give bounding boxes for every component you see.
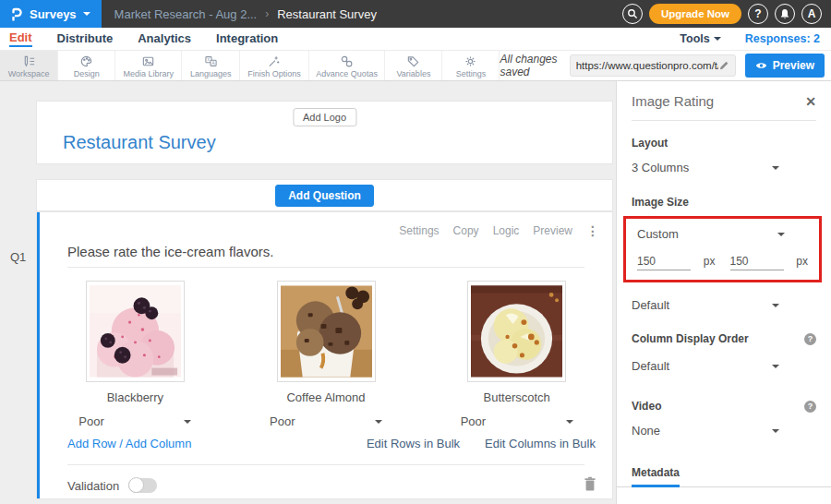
width-unit-label: px bbox=[704, 255, 716, 268]
flavor-label: Coffee Almond bbox=[286, 390, 365, 404]
image-size-highlight-box: Custom px px bbox=[623, 216, 822, 282]
toolbar-item-design[interactable]: Design bbox=[58, 51, 115, 80]
top-bar-actions: Upgrade Now ? A bbox=[622, 4, 831, 24]
tab-edit[interactable]: Edit bbox=[9, 30, 32, 47]
variables-tag-icon bbox=[406, 54, 420, 68]
question-settings-link[interactable]: Settings bbox=[399, 224, 439, 237]
flavor-image-butterscotch[interactable] bbox=[467, 281, 566, 382]
breadcrumb-separator: › bbox=[265, 7, 269, 20]
question-preview-link[interactable]: Preview bbox=[533, 224, 572, 237]
surveys-product-menu[interactable]: Surveys bbox=[0, 0, 102, 28]
column-display-order-label: Column Display Order bbox=[632, 332, 749, 345]
alignment-dropdown[interactable]: Default bbox=[632, 298, 779, 312]
main-content: Q1 Add Logo Restaurant Survey Add Questi… bbox=[0, 81, 831, 504]
tools-menu[interactable]: Tools bbox=[680, 32, 720, 45]
finish-options-wand-icon bbox=[267, 54, 281, 68]
chevron-down-icon bbox=[83, 12, 90, 19]
help-icon[interactable]: ? bbox=[804, 401, 816, 413]
editor-toolbar: Workspace Design Media Library x A Langu… bbox=[0, 51, 831, 81]
question-copy-link[interactable]: Copy bbox=[453, 224, 479, 237]
responses-link[interactable]: Responses: 2 bbox=[745, 32, 820, 45]
rating-dropdown-coffee-almond[interactable]: Poor bbox=[270, 414, 382, 428]
chevron-down-icon bbox=[772, 365, 779, 372]
question-logic-link[interactable]: Logic bbox=[493, 224, 520, 237]
flavor-image-coffee-almond[interactable] bbox=[277, 281, 376, 382]
toolbar-item-finish-options[interactable]: Finish Options bbox=[240, 51, 309, 80]
survey-url-field[interactable] bbox=[570, 54, 736, 77]
toolbar-item-settings[interactable]: Settings bbox=[442, 51, 500, 80]
notifications-button[interactable] bbox=[775, 4, 795, 24]
chevron-down-icon bbox=[777, 233, 785, 240]
menu-bar: Edit Distribute Analytics Integration To… bbox=[0, 28, 831, 51]
toolbar-item-variables[interactable]: Variables bbox=[385, 51, 442, 80]
settings-panel: Image Rating ✕ Layout 3 Columns Image Si… bbox=[616, 81, 831, 504]
search-button[interactable] bbox=[622, 4, 643, 24]
survey-header-card: Add Logo Restaurant Survey bbox=[37, 102, 612, 163]
toolbar-item-advance-quotas[interactable]: Advance Quotas bbox=[309, 51, 386, 80]
layout-dropdown[interactable]: 3 Columns bbox=[632, 161, 779, 174]
edit-columns-in-bulk-link[interactable]: Edit Columns in Bulk bbox=[485, 437, 596, 450]
chevron-down-icon bbox=[772, 429, 779, 437]
toolbar-item-workspace[interactable]: Workspace bbox=[0, 51, 58, 80]
add-question-button[interactable]: Add Question bbox=[275, 185, 374, 207]
question-text[interactable]: Please rate the ice-cream flavors. bbox=[67, 244, 273, 259]
toolbar-item-media-library[interactable]: Media Library bbox=[115, 51, 182, 80]
butterscotch-ice-cream-image bbox=[471, 284, 562, 378]
flavor-image-blackberry[interactable] bbox=[86, 281, 185, 382]
chevron-down-icon bbox=[714, 37, 721, 44]
avatar[interactable]: A bbox=[801, 4, 822, 24]
tab-distribute[interactable]: Distribute bbox=[57, 31, 114, 46]
chevron-down-icon bbox=[566, 420, 573, 427]
validation-label: Validation bbox=[67, 479, 119, 493]
toolbar-item-languages[interactable]: x A Languages bbox=[182, 51, 240, 80]
add-row-column-link[interactable]: Add Row / Add Column bbox=[67, 437, 191, 450]
edit-url-pencil-icon[interactable] bbox=[718, 60, 729, 71]
advance-quotas-icon bbox=[340, 54, 354, 68]
trash-icon bbox=[584, 476, 596, 491]
image-size-label: Image Size bbox=[632, 196, 816, 209]
breadcrumb-folder[interactable]: Market Research - Aug 2... bbox=[114, 7, 258, 21]
help-button[interactable]: ? bbox=[748, 4, 768, 24]
tab-integration[interactable]: Integration bbox=[216, 31, 278, 46]
save-status: All changes saved bbox=[500, 53, 560, 78]
help-icon[interactable]: ? bbox=[804, 333, 816, 345]
delete-question-button[interactable] bbox=[584, 476, 596, 495]
top-bar: Surveys Market Research - Aug 2... › Res… bbox=[0, 0, 831, 28]
settings-gear-icon bbox=[464, 54, 477, 68]
media-library-icon bbox=[141, 54, 155, 68]
svg-text:x: x bbox=[207, 57, 210, 62]
image-size-mode-dropdown[interactable]: Custom bbox=[637, 227, 785, 241]
chevron-down-icon bbox=[184, 420, 191, 427]
rating-dropdown-butterscotch[interactable]: Poor bbox=[461, 414, 573, 428]
upgrade-now-button[interactable]: Upgrade Now bbox=[649, 4, 741, 24]
rating-dropdown-blackberry[interactable]: Poor bbox=[78, 414, 191, 428]
survey-url-input[interactable] bbox=[576, 60, 718, 71]
eye-icon bbox=[755, 61, 767, 70]
tab-metadata[interactable]: Metadata bbox=[632, 466, 680, 487]
validation-toggle[interactable] bbox=[128, 478, 157, 493]
add-question-bar: Add Question bbox=[37, 180, 612, 210]
column-display-order-dropdown[interactable]: Default bbox=[632, 359, 779, 373]
panel-title: Image Rating bbox=[632, 93, 714, 109]
close-icon[interactable]: ✕ bbox=[805, 94, 816, 109]
survey-title[interactable]: Restaurant Survey bbox=[63, 132, 216, 153]
image-width-input[interactable] bbox=[637, 255, 691, 270]
edit-rows-in-bulk-link[interactable]: Edit Rows in Bulk bbox=[367, 437, 460, 450]
layout-label: Layout bbox=[632, 137, 816, 150]
divider bbox=[67, 267, 584, 268]
flavor-column-coffee-almond: Coffee Almond Poor bbox=[231, 281, 422, 428]
video-label: Video bbox=[632, 400, 661, 413]
add-logo-button[interactable]: Add Logo bbox=[293, 108, 356, 126]
bell-icon bbox=[779, 8, 790, 20]
breadcrumb-survey-name: Restaurant Survey bbox=[277, 7, 377, 21]
preview-button[interactable]: Preview bbox=[745, 54, 825, 78]
chevron-down-icon bbox=[772, 166, 779, 174]
flavor-column-blackberry: Blackberry Poor bbox=[40, 281, 231, 428]
video-dropdown[interactable]: None bbox=[632, 424, 779, 438]
flavor-grid: Blackberry Poor bbox=[40, 281, 612, 428]
tab-analytics[interactable]: Analytics bbox=[138, 31, 191, 46]
question-controls: Settings Copy Logic Preview ⋮ bbox=[399, 224, 599, 237]
image-height-input[interactable] bbox=[730, 255, 784, 270]
question-links-row: Add Row / Add Column Edit Rows in Bulk E… bbox=[67, 437, 596, 450]
kebab-menu-icon[interactable]: ⋮ bbox=[586, 225, 599, 236]
